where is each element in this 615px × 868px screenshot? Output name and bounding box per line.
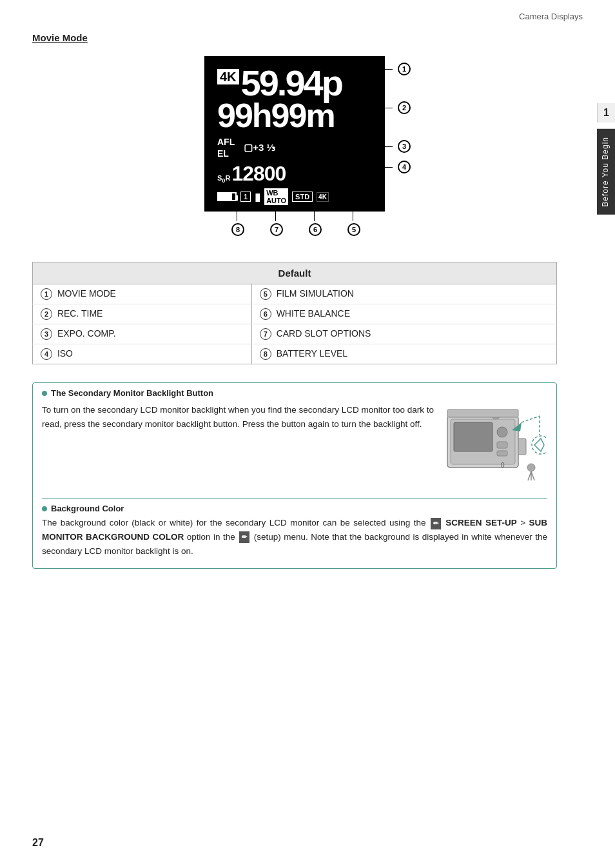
setup-icon: ✏ — [239, 531, 249, 543]
display-4k-small: 4K — [317, 192, 329, 202]
default-table: Default 1 MOVIE MODE 5 FILM SIMULATION 2… — [32, 262, 557, 364]
svg-rect-6 — [497, 442, 507, 448]
info-section2-title: Background Color — [42, 498, 547, 513]
info-section1-content: To turn on the secondary LCD monitor bac… — [33, 400, 556, 489]
display-iso-value: 12800 — [231, 162, 286, 186]
display-4k-label: 4K — [217, 69, 239, 84]
svg-rect-17 — [518, 439, 526, 455]
display-iso-prefix: S0R — [217, 174, 230, 184]
chapter-label: Before You Begin — [597, 129, 615, 215]
svg-rect-7 — [497, 451, 507, 456]
display-wb-auto: WBAUTO — [264, 188, 288, 205]
table-row: 4 ISO 8 BATTERY LEVEL — [33, 344, 557, 364]
table-row: 3 EXPO. COMP. 7 CARD SLOT OPTIONS — [33, 324, 557, 344]
callout-3: 3 — [373, 140, 411, 153]
table-cell-left-3: 3 EXPO. COMP. — [33, 324, 252, 344]
page-header-title: Camera Displays — [519, 12, 583, 21]
table-cell-left-4: 4 ISO — [33, 344, 252, 364]
callout-4: 4 — [373, 161, 411, 173]
info-section2-text: The background color (black or white) fo… — [42, 516, 547, 558]
display-card-slot: 1 — [240, 192, 251, 202]
svg-line-8 — [522, 416, 540, 422]
bottom-callouts: 8 7 6 5 — [204, 212, 385, 236]
info-section1-title: The Secondary Monitor Backlight Button — [33, 383, 556, 400]
info-section1-text: To turn on the secondary LCD monitor bac… — [42, 403, 434, 431]
movie-mode-title: Movie Mode — [32, 32, 557, 43]
svg-point-5 — [497, 427, 507, 437]
table-cell-left-2: 2 REC. TIME — [33, 304, 252, 324]
camera-display-diagram: 4K 59.94p 99h99m AFL EL ▢+3 ¹⁄₃ S0R 1280… — [32, 56, 557, 212]
table-cell-right-2: 6 WHITE BALANCE — [251, 304, 556, 324]
display-battery-icon — [217, 192, 237, 201]
display-fps: 59.94p — [241, 65, 342, 101]
table-row: 1 MOVIE MODE 5 FILM SIMULATION — [33, 284, 557, 304]
table-header: Default — [33, 262, 557, 284]
svg-rect-4 — [454, 422, 493, 451]
info-box: The Secondary Monitor Backlight Button T… — [32, 382, 557, 569]
table-cell-right-3: 7 CARD SLOT OPTIONS — [251, 324, 556, 344]
page-number: 27 — [32, 837, 44, 849]
display-afl-el: AFL EL — [217, 136, 235, 159]
callout-1: 1 — [373, 63, 411, 75]
info-section2: Background Color The background color (b… — [33, 489, 556, 558]
screen-setup-label: SCREEN SET-UP — [445, 518, 516, 528]
svg-marker-12 — [534, 439, 544, 451]
callout-2: 2 — [373, 101, 411, 114]
svg-point-13 — [527, 464, 535, 471]
display-rec-time: 99h99m — [217, 99, 372, 132]
display-expo-comp: ▢+3 ¹⁄₃ — [244, 142, 275, 153]
table-cell-left-1: 1 MOVIE MODE — [33, 284, 252, 304]
svg-text:0: 0 — [501, 462, 505, 469]
display-sd-icon: ▮ — [255, 191, 260, 203]
display-std: STD — [292, 192, 313, 202]
chapter-number: 1 — [597, 103, 615, 123]
screen-setup-icon: ✏ — [431, 518, 441, 529]
table-row: 2 REC. TIME 6 WHITE BALANCE — [33, 304, 557, 324]
camera-illustration: 0 — [444, 403, 547, 489]
table-cell-right-4: 8 BATTERY LEVEL — [251, 344, 556, 364]
svg-rect-3 — [447, 409, 518, 417]
table-cell-right-1: 5 FILM SIMULATION — [251, 284, 556, 304]
